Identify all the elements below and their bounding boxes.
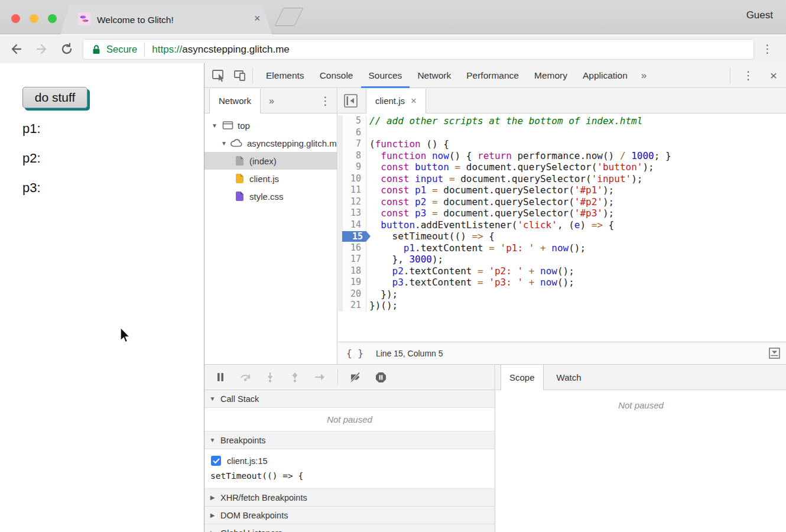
- code-line-text[interactable]: }, 3000);: [366, 254, 443, 265]
- line-number-gutter[interactable]: 7: [338, 138, 366, 150]
- line-number-gutter[interactable]: 18: [338, 265, 366, 277]
- profile-label[interactable]: Guest: [746, 9, 773, 21]
- devtools-tab-console[interactable]: Console: [312, 63, 361, 88]
- step-icon[interactable]: [307, 365, 332, 390]
- devtools-menu-icon[interactable]: ⋮: [736, 70, 761, 81]
- editor-tab-close-icon[interactable]: ×: [411, 89, 417, 113]
- line-number-gutter[interactable]: 19: [338, 277, 366, 288]
- code-line-text[interactable]: p2.textContent = 'p2: ' + now();: [366, 265, 574, 277]
- tree-expand-icon[interactable]: ▼: [219, 140, 229, 147]
- tree-item-asyncstepping-glitch-me[interactable]: ▼asyncstepping.glitch.me: [204, 134, 337, 152]
- devtools-tab-sources[interactable]: Sources: [361, 63, 410, 88]
- line-number-gutter[interactable]: 5: [338, 115, 366, 127]
- code-line-text[interactable]: // add other scripts at the bottom of in…: [366, 115, 642, 127]
- code-line-text[interactable]: const input = document.querySelector('in…: [366, 173, 642, 185]
- line-number-gutter[interactable]: 14: [338, 219, 366, 231]
- devtools-close-icon[interactable]: ×: [761, 69, 786, 83]
- breakpoint-marker[interactable]: 15: [342, 231, 371, 242]
- pause-script-icon[interactable]: [208, 365, 233, 390]
- line-number-gutter[interactable]: 6: [338, 127, 366, 139]
- deactivate-breakpoints-icon[interactable]: [343, 365, 368, 390]
- devtools-tab-performance[interactable]: Performance: [459, 63, 527, 88]
- pretty-print-icon[interactable]: { }: [346, 348, 363, 359]
- window-minimize-button[interactable]: [30, 14, 38, 23]
- navigator-tab-network[interactable]: Network: [209, 89, 261, 113]
- browser-menu-icon[interactable]: ⋮: [762, 43, 773, 54]
- breakpoint-location-label[interactable]: client.js:15: [227, 456, 268, 466]
- section-header-dom-breakpoints[interactable]: ▶DOM Breakpoints: [204, 507, 495, 524]
- devtools-tab-application[interactable]: Application: [575, 63, 635, 88]
- section-header-xhr-fetch-breakpoints[interactable]: ▶XHR/fetch Breakpoints: [204, 489, 495, 507]
- code-line-text[interactable]: (function () {: [366, 138, 449, 150]
- step-out-icon[interactable]: [282, 365, 307, 390]
- code-line-text[interactable]: const p2 = document.querySelector('#p2')…: [366, 196, 614, 208]
- devtools-tab-memory[interactable]: Memory: [527, 63, 575, 88]
- section-expand-icon[interactable]: ▶: [204, 512, 220, 518]
- tree-item-top[interactable]: ▼top: [204, 116, 337, 134]
- scope-tab-scope[interactable]: Scope: [501, 365, 544, 390]
- tree-item-style-css[interactable]: style.css: [204, 187, 337, 205]
- forward-icon[interactable]: [34, 42, 48, 59]
- breakpoint-checkbox[interactable]: [211, 456, 221, 466]
- line-number-gutter[interactable]: 12: [338, 196, 366, 208]
- code-line-text[interactable]: const p3 = document.querySelector('#p3')…: [366, 207, 614, 219]
- line-number-gutter[interactable]: 15: [338, 231, 366, 242]
- code-line-text[interactable]: setTimeout(() => {: [366, 231, 495, 242]
- editor-tab-clientjs[interactable]: client.js ×: [366, 89, 426, 113]
- section-expand-icon[interactable]: ▶: [204, 530, 220, 532]
- more-tabs-icon[interactable]: »: [635, 70, 652, 82]
- line-number-gutter[interactable]: 13: [338, 207, 366, 219]
- line-number-gutter[interactable]: 11: [338, 184, 366, 196]
- step-over-icon[interactable]: [233, 365, 258, 390]
- tab-close-icon[interactable]: ×: [254, 12, 261, 25]
- tree-item--index-[interactable]: (index): [204, 152, 337, 170]
- device-toolbar-icon[interactable]: [233, 69, 247, 83]
- navigator-menu-icon[interactable]: ⋮: [320, 95, 331, 106]
- step-into-icon[interactable]: [258, 365, 282, 390]
- line-number-gutter[interactable]: 21: [338, 300, 366, 312]
- tree-expand-icon[interactable]: ▼: [209, 122, 220, 129]
- devtools-tab-network[interactable]: Network: [410, 63, 459, 88]
- line-number-gutter[interactable]: 20: [338, 288, 366, 300]
- scope-tab-watch[interactable]: Watch: [548, 365, 590, 390]
- hide-navigator-icon[interactable]: [343, 93, 358, 108]
- section-header-breakpoints[interactable]: ▼Breakpoints: [204, 432, 495, 449]
- line-number-gutter[interactable]: 9: [338, 161, 366, 173]
- line-number-gutter[interactable]: 17: [338, 254, 366, 265]
- code-line-text[interactable]: [366, 127, 369, 139]
- section-expand-icon[interactable]: ▼: [204, 437, 220, 443]
- section-header-call-stack[interactable]: ▼Call Stack: [204, 390, 495, 408]
- window-zoom-button[interactable]: [48, 14, 57, 23]
- code-token: (: [369, 138, 375, 150]
- breakpoint-entry[interactable]: client.js:15setTimeout(() => {: [204, 449, 495, 489]
- section-expand-icon[interactable]: ▶: [204, 494, 220, 501]
- section-header-global-listeners[interactable]: ▶Global Listeners: [204, 524, 495, 532]
- code-line-text[interactable]: })();: [366, 300, 398, 312]
- do-stuff-button[interactable]: do stuff: [22, 87, 87, 108]
- url-field[interactable]: Secure https://asyncstepping.glitch.me: [83, 39, 754, 60]
- line-number-gutter[interactable]: 10: [338, 173, 366, 185]
- tree-item-client-js[interactable]: client.js: [204, 170, 337, 187]
- pause-on-exceptions-icon[interactable]: [368, 365, 393, 390]
- devtools-tab-elements[interactable]: Elements: [258, 63, 312, 88]
- section-expand-icon[interactable]: ▼: [204, 395, 220, 402]
- code-line-text[interactable]: });: [366, 288, 398, 300]
- code-line-text[interactable]: p1.textContent = 'p1: ' + now();: [366, 242, 586, 254]
- inspect-element-icon[interactable]: [212, 69, 227, 83]
- url-text[interactable]: https://asyncstepping.glitch.me: [152, 44, 289, 56]
- code-line-text[interactable]: p3.textContent = 'p3: ' + now();: [366, 277, 574, 288]
- expand-sidebar-icon[interactable]: [768, 347, 781, 359]
- new-tab-button[interactable]: [274, 8, 303, 26]
- code-editor[interactable]: 5// add other scripts at the bottom of i…: [338, 114, 786, 342]
- window-close-button[interactable]: [11, 14, 20, 23]
- browser-tab[interactable]: Welcome to Glitch! ×: [60, 5, 272, 34]
- back-icon[interactable]: [9, 42, 24, 59]
- reload-icon[interactable]: [60, 42, 74, 59]
- navigator-more-tabs-icon[interactable]: »: [269, 96, 274, 106]
- code-line-text[interactable]: function now() { return performance.now(…: [366, 150, 671, 162]
- code-line-text[interactable]: const button = document.querySelector('b…: [366, 161, 654, 173]
- code-line-text[interactable]: const p1 = document.querySelector('#p1')…: [366, 184, 614, 196]
- line-number-gutter[interactable]: 16: [338, 242, 366, 254]
- code-line-text[interactable]: button.addEventListener('click', (e) => …: [366, 219, 614, 231]
- line-number-gutter[interactable]: 8: [338, 150, 366, 162]
